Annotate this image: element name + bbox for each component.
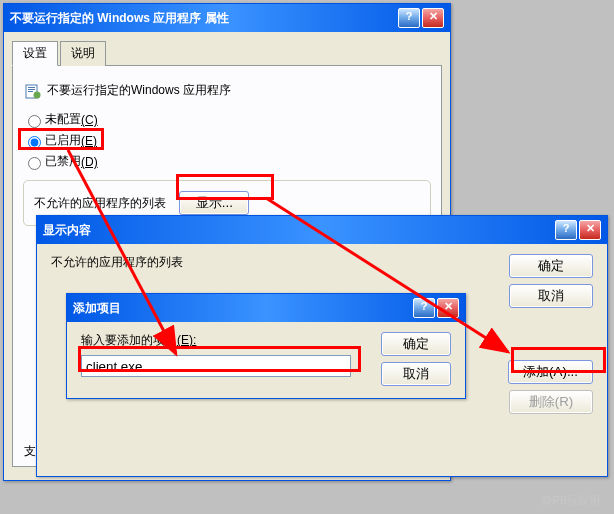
item-input[interactable] (81, 355, 351, 377)
radio-nc-key: (C) (81, 113, 98, 127)
add-input-label-row: 输入要添加的项目(E): (81, 332, 369, 349)
radio-disabled-key: (D) (81, 155, 98, 169)
add-dialog-body: 输入要添加的项目(E): 确定 取消 (67, 322, 465, 396)
tab-settings[interactable]: 设置 (12, 41, 58, 66)
watermark: @PB玩应用 (541, 493, 600, 508)
policy-title-row: 不要运行指定的Windows 应用程序 (25, 82, 431, 99)
add-dialog-close[interactable]: ✕ (437, 298, 459, 318)
tabs: 设置 说明 (12, 40, 442, 66)
remove-button: 删除(R) (509, 390, 593, 414)
help-button[interactable]: ? (398, 8, 420, 28)
show-dialog-close[interactable]: ✕ (579, 220, 601, 240)
radio-disabled-label: 已禁用 (45, 153, 81, 170)
svg-rect-2 (28, 89, 35, 90)
add-input-label: 输入要添加的项目 (81, 333, 177, 347)
window-title: 不要运行指定的 Windows 应用程序 属性 (10, 10, 396, 27)
add-input-key: (E): (177, 333, 196, 347)
add-cancel-button[interactable]: 取消 (381, 362, 451, 386)
show-dialog-buttons: 确定 取消 添加(A)... 删除(R) (508, 254, 593, 414)
close-button[interactable]: ✕ (422, 8, 444, 28)
radio-nc-label: 未配置 (45, 111, 81, 128)
add-dialog-buttons: 确定 取消 (381, 332, 451, 386)
show-dialog-title: 显示内容 (43, 222, 553, 239)
add-button[interactable]: 添加(A)... (508, 360, 593, 384)
radio-enabled-label: 已启用 (45, 132, 81, 149)
radio-enabled-key: (E) (81, 134, 97, 148)
radio-nc-input[interactable] (28, 115, 41, 128)
list-label: 不允许的应用程序的列表 (34, 196, 166, 210)
radio-enabled-input[interactable] (28, 136, 41, 149)
show-button[interactable]: 显示... (179, 191, 249, 215)
show-cancel-button[interactable]: 取消 (509, 284, 593, 308)
svg-rect-3 (28, 91, 33, 92)
add-item-dialog: 添加项目 ? ✕ 输入要添加的项目(E): 确定 取消 (66, 293, 466, 399)
add-dialog-title: 添加项目 (73, 300, 411, 317)
policy-name: 不要运行指定的Windows 应用程序 (47, 82, 231, 99)
svg-rect-1 (28, 87, 35, 88)
add-dialog-help[interactable]: ? (413, 298, 435, 318)
policy-icon (25, 83, 41, 99)
radio-not-configured[interactable]: 未配置 (C) (23, 111, 431, 128)
support-label: 支 (24, 443, 36, 460)
radio-disabled[interactable]: 已禁用 (D) (23, 153, 431, 170)
radio-enabled[interactable]: 已启用 (E) (23, 132, 431, 149)
show-dialog-help[interactable]: ? (555, 220, 577, 240)
show-ok-button[interactable]: 确定 (509, 254, 593, 278)
titlebar: 不要运行指定的 Windows 应用程序 属性 ? ✕ (4, 4, 450, 32)
show-list-label: 不允许的应用程序的列表 (51, 254, 496, 271)
radio-disabled-input[interactable] (28, 157, 41, 170)
add-ok-button[interactable]: 确定 (381, 332, 451, 356)
tab-explain[interactable]: 说明 (60, 41, 106, 66)
add-dialog-titlebar: 添加项目 ? ✕ (67, 294, 465, 322)
svg-point-4 (34, 91, 41, 98)
show-dialog-titlebar: 显示内容 ? ✕ (37, 216, 607, 244)
